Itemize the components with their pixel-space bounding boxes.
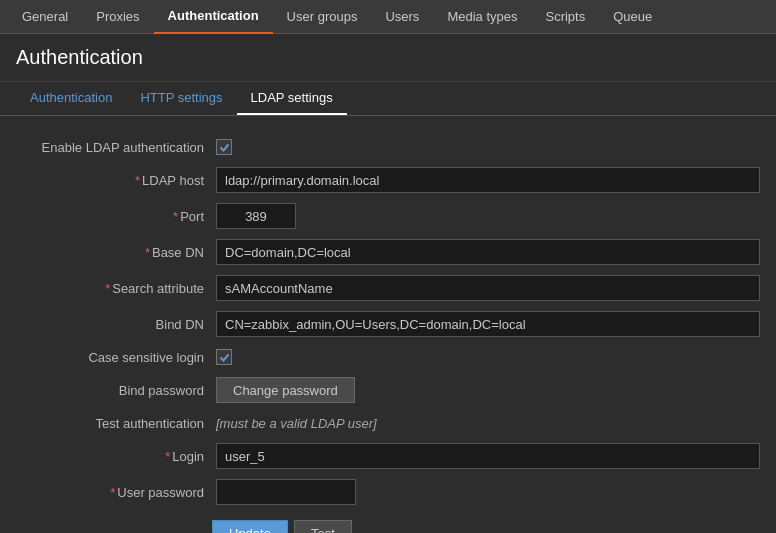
case-checkmark-icon — [219, 352, 230, 363]
search-attr-row: *Search attribute — [0, 270, 776, 306]
enable-ldap-row: Enable LDAP authentication — [0, 132, 776, 162]
user-password-value — [216, 479, 760, 505]
nav-scripts[interactable]: Scripts — [531, 0, 599, 34]
test-auth-row: Test authentication [must be a valid LDA… — [0, 408, 776, 438]
case-sensitive-label: Case sensitive login — [16, 350, 216, 365]
nav-user-groups[interactable]: User groups — [273, 0, 372, 34]
tab-ldap-settings[interactable]: LDAP settings — [237, 82, 347, 115]
form-buttons: Update Test — [0, 510, 776, 533]
update-button[interactable]: Update — [212, 520, 288, 533]
port-row: *Port — [0, 198, 776, 234]
case-sensitive-row: Case sensitive login — [0, 342, 776, 372]
checkmark-icon — [219, 142, 230, 153]
port-value — [216, 203, 760, 229]
enable-ldap-checkbox-wrap[interactable] — [216, 139, 760, 155]
base-dn-required: * — [145, 245, 150, 260]
login-input[interactable] — [216, 443, 760, 469]
case-sensitive-value — [216, 349, 760, 365]
case-sensitive-checkbox-wrap[interactable] — [216, 349, 760, 365]
bind-password-row: Bind password Change password — [0, 372, 776, 408]
nav-general[interactable]: General — [8, 0, 82, 34]
ldap-host-input[interactable] — [216, 167, 760, 193]
nav-authentication[interactable]: Authentication — [154, 0, 273, 34]
nav-proxies[interactable]: Proxies — [82, 0, 153, 34]
test-button[interactable]: Test — [294, 520, 352, 533]
user-password-required: * — [110, 485, 115, 500]
page-title: Authentication — [16, 46, 760, 69]
test-auth-hint: [must be a valid LDAP user] — [216, 416, 760, 431]
change-password-button[interactable]: Change password — [216, 377, 355, 403]
login-required: * — [165, 449, 170, 464]
bind-dn-row: Bind DN — [0, 306, 776, 342]
port-input[interactable] — [216, 203, 296, 229]
user-password-label: *User password — [16, 485, 216, 500]
ldap-settings-form: Enable LDAP authentication *LDAP host *P… — [0, 116, 776, 533]
tab-http-settings[interactable]: HTTP settings — [126, 82, 236, 115]
bind-password-value: Change password — [216, 377, 760, 403]
nav-queue[interactable]: Queue — [599, 0, 666, 34]
test-auth-label: Test authentication — [16, 416, 216, 431]
login-row: *Login — [0, 438, 776, 474]
enable-ldap-value — [216, 139, 760, 155]
enable-ldap-checkbox[interactable] — [216, 139, 232, 155]
enable-ldap-label: Enable LDAP authentication — [16, 140, 216, 155]
top-navigation: General Proxies Authentication User grou… — [0, 0, 776, 34]
test-auth-hint-text: [must be a valid LDAP user] — [216, 416, 377, 431]
bind-password-label: Bind password — [16, 383, 216, 398]
user-password-input[interactable] — [216, 479, 356, 505]
ldap-host-value — [216, 167, 760, 193]
sub-tabs: Authentication HTTP settings LDAP settin… — [0, 82, 776, 116]
base-dn-value — [216, 239, 760, 265]
base-dn-row: *Base DN — [0, 234, 776, 270]
search-attr-value — [216, 275, 760, 301]
port-label: *Port — [16, 209, 216, 224]
ldap-host-required: * — [135, 173, 140, 188]
login-value — [216, 443, 760, 469]
case-sensitive-checkbox[interactable] — [216, 349, 232, 365]
nav-users[interactable]: Users — [371, 0, 433, 34]
ldap-host-label: *LDAP host — [16, 173, 216, 188]
page-title-bar: Authentication — [0, 34, 776, 82]
bind-dn-label: Bind DN — [16, 317, 216, 332]
nav-media-types[interactable]: Media types — [433, 0, 531, 34]
ldap-host-row: *LDAP host — [0, 162, 776, 198]
bind-dn-value — [216, 311, 760, 337]
bind-dn-input[interactable] — [216, 311, 760, 337]
base-dn-input[interactable] — [216, 239, 760, 265]
port-required: * — [173, 209, 178, 224]
tab-authentication[interactable]: Authentication — [16, 82, 126, 115]
search-attr-label: *Search attribute — [16, 281, 216, 296]
search-attr-input[interactable] — [216, 275, 760, 301]
user-password-row: *User password — [0, 474, 776, 510]
search-attr-required: * — [105, 281, 110, 296]
login-label: *Login — [16, 449, 216, 464]
base-dn-label: *Base DN — [16, 245, 216, 260]
